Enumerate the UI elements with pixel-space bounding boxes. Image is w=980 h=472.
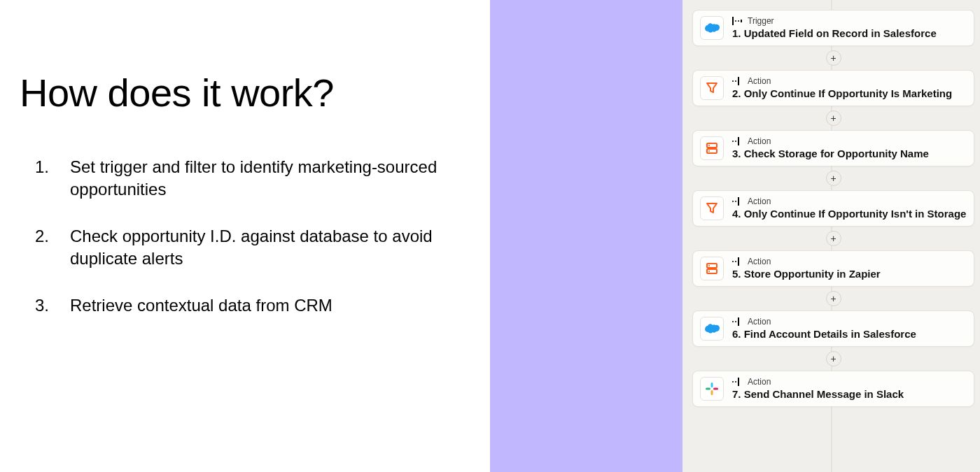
workflow-step[interactable]: Action 7. Send Channel Message in Slack [692, 371, 974, 407]
step-kind: Action [732, 378, 904, 386]
step-title: 4. Only Continue If Opportunity Isn't in… [732, 208, 966, 220]
add-step-connector: + [692, 106, 974, 130]
step-title: 6. Find Account Details in Salesforce [732, 328, 916, 341]
step-kind-label: Action [748, 257, 771, 266]
svg-rect-26 [738, 378, 739, 386]
workflow-step[interactable]: Action 2. Only Continue If Opportunity I… [692, 70, 974, 106]
step-kind: Action [732, 137, 929, 145]
list-item: Check opportunity I.D. against database … [20, 225, 462, 271]
action-icon [732, 197, 743, 206]
svg-rect-18 [738, 257, 739, 266]
svg-rect-0 [732, 17, 734, 25]
step-kind-label: Action [748, 77, 771, 85]
list-item: Set trigger and filter to identify marke… [20, 156, 462, 201]
how-it-works-list: Set trigger and filter to identify marke… [20, 156, 462, 317]
step-kind: Action [732, 77, 952, 85]
svg-rect-12 [738, 197, 739, 206]
step-kind-label: Action [748, 137, 771, 145]
action-icon [732, 77, 743, 85]
svg-rect-22 [706, 388, 710, 390]
salesforce-icon [700, 317, 724, 341]
step-kind: Action [732, 197, 966, 206]
step-kind: Action [732, 257, 881, 266]
step-title: 1. Updated Field on Record in Salesforce [732, 27, 937, 40]
svg-rect-21 [711, 382, 713, 387]
svg-rect-24 [713, 388, 718, 390]
add-step-button[interactable]: + [826, 50, 841, 66]
storage-icon [700, 136, 724, 160]
salesforce-icon [700, 16, 724, 40]
svg-point-16 [708, 271, 710, 272]
purple-divider [490, 0, 682, 472]
workflow-step[interactable]: Action 5. Store Opportunity in Zapier [692, 250, 974, 287]
add-step-button[interactable]: + [826, 110, 841, 126]
trigger-icon [732, 17, 743, 25]
workflow-panel: Trigger 1. Updated Field on Record in Sa… [682, 0, 980, 472]
storage-icon [700, 257, 724, 280]
step-kind: Action [732, 317, 916, 326]
step-title: 7. Send Channel Message in Slack [732, 388, 904, 401]
filter-icon [700, 76, 724, 100]
svg-point-8 [708, 150, 710, 152]
step-kind-label: Action [748, 378, 771, 386]
add-step-connector: + [692, 347, 974, 371]
step-kind-label: Action [748, 317, 771, 326]
step-title: 5. Store Opportunity in Zapier [732, 268, 881, 280]
page-title: How does it work? [20, 70, 462, 115]
add-step-connector: + [692, 46, 974, 70]
step-kind-label: Action [748, 197, 771, 206]
add-step-connector: + [692, 227, 974, 250]
workflow-step[interactable]: Action 4. Only Continue If Opportunity I… [692, 190, 974, 227]
text-panel: How does it work? Set trigger and filter… [0, 0, 490, 472]
add-step-connector: + [692, 287, 974, 310]
step-kind-label: Trigger [748, 17, 774, 25]
step-title: 3. Check Storage for Opportunity Name [732, 148, 929, 160]
workflow-step[interactable]: Action 3. Check Storage for Opportunity … [692, 130, 974, 166]
action-icon [732, 317, 743, 326]
filter-icon [700, 196, 724, 220]
action-icon [732, 378, 743, 386]
add-step-button[interactable]: + [826, 291, 841, 306]
action-icon [732, 137, 743, 145]
list-item: Retrieve contextual data from CRM [20, 294, 462, 317]
add-step-button[interactable]: + [826, 171, 841, 186]
svg-rect-20 [738, 317, 739, 326]
svg-rect-10 [738, 137, 739, 145]
step-title: 2. Only Continue If Opportunity Is Marke… [732, 87, 952, 100]
step-kind: Trigger [732, 17, 937, 25]
workflow-step[interactable]: Trigger 1. Updated Field on Record in Sa… [692, 10, 974, 46]
slack-icon [700, 377, 724, 401]
add-step-connector: + [692, 166, 974, 190]
add-step-button[interactable]: + [826, 351, 841, 366]
svg-rect-2 [741, 20, 742, 22]
svg-point-7 [708, 145, 710, 146]
svg-point-15 [708, 265, 710, 266]
svg-rect-4 [738, 77, 739, 85]
add-step-button[interactable]: + [826, 231, 841, 246]
svg-rect-23 [711, 390, 713, 395]
workflow-step[interactable]: Action 6. Find Account Details in Salesf… [692, 310, 974, 347]
action-icon [732, 257, 743, 266]
